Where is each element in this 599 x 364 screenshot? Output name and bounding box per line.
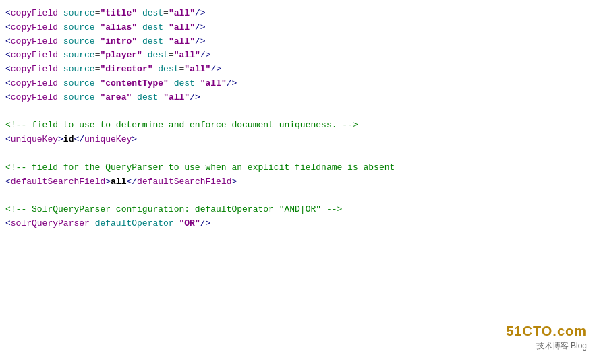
attr-value-all7: "all": [163, 92, 190, 102]
bracket-close: />: [210, 64, 221, 74]
attr-dest: dest: [158, 64, 179, 74]
bracket-close: />: [200, 50, 211, 60]
code-line-4: <copyField source="player" dest="all"/>: [5, 49, 594, 63]
attr-value-all6: "all": [200, 78, 227, 88]
attr-source: source: [63, 78, 95, 88]
tag: copyField: [11, 92, 58, 102]
code-line-uniquekey: <uniqueKey>id</uniqueKey>: [5, 133, 594, 147]
code-line-defaultsearch: <defaultSearchField>all</defaultSearchFi…: [5, 175, 594, 189]
comment-line-2: <!-- field for the QueryParser to use wh…: [5, 161, 594, 175]
attr-value-all1: "all": [169, 8, 195, 18]
bracket: <: [5, 177, 11, 187]
bracket: <: [5, 78, 11, 88]
empty-line-3: [5, 189, 594, 203]
comment-line-3: <!-- SolrQueryParser configuration: defa…: [5, 203, 594, 217]
tag: copyField: [11, 64, 58, 74]
attr-value-alias: "alias": [100, 22, 137, 32]
comment-line-1: <!-- field to use to determine and enfor…: [5, 119, 594, 133]
bracket: >: [132, 134, 137, 144]
tag: uniqueKey: [11, 134, 58, 144]
bracket: >: [105, 177, 111, 187]
bracket: </: [74, 134, 84, 144]
attr-source: source: [63, 36, 95, 47]
attr-source: source: [63, 92, 95, 102]
tag: copyField: [11, 36, 58, 47]
underline-fieldname: fieldname: [295, 162, 342, 173]
attr-dest: dest: [137, 92, 158, 102]
bracket: <: [5, 22, 11, 32]
attr-value-contenttype: "contentType": [100, 78, 168, 88]
code-block: <copyField source="title" dest="all"/> <…: [0, 0, 599, 238]
bracket: </: [126, 177, 137, 187]
watermark: 51CTO.com 技术博客 Blog: [506, 324, 587, 352]
attr-dest: dest: [148, 50, 169, 60]
empty-line-1: [5, 105, 594, 119]
bracket: <: [5, 36, 11, 47]
bracket: <: [5, 64, 11, 74]
attr-value-intro: "intro": [100, 36, 137, 47]
attr-dest: dest: [174, 78, 195, 88]
attr-value-all5: "all": [184, 64, 210, 74]
bracket-close: />: [190, 92, 200, 102]
attr-value-all3: "all": [169, 36, 195, 47]
code-line-5: <copyField source="director" dest="all"/…: [5, 63, 594, 77]
watermark-logo: 51CTO.com: [506, 324, 587, 339]
code-line-1: <copyField source="title" dest="all"/>: [5, 7, 594, 21]
tag: solrQueryParser: [11, 218, 90, 229]
bracket-close: />: [195, 36, 206, 47]
bracket-close: />: [195, 22, 206, 32]
tag-close: uniqueKey: [84, 134, 132, 144]
watermark-subtitle: 技术博客 Blog: [506, 340, 587, 352]
bracket: >: [232, 177, 237, 187]
code-line-6: <copyField source="contentType" dest="al…: [5, 77, 594, 91]
attr-source: source: [63, 22, 95, 32]
tag: copyField: [11, 78, 58, 88]
bracket: <: [5, 134, 11, 144]
code-line-7: <copyField source="area" dest="all"/>: [5, 91, 594, 105]
attr-value-director: "director": [100, 64, 152, 74]
code-line-2: <copyField source="alias" dest="all"/>: [5, 21, 594, 35]
code-line-3: <copyField source="intro" dest="all"/>: [5, 35, 594, 49]
bracket: <: [5, 8, 11, 18]
empty-line-2: [5, 147, 594, 161]
attr-value-all2: "all": [169, 22, 195, 32]
attr-value-player: "player": [100, 50, 142, 60]
bracket: >: [58, 134, 63, 144]
attr-default-operator: defaultOperator: [95, 218, 174, 229]
code-line-solr: <solrQueryParser defaultOperator="OR"/>: [5, 217, 594, 231]
bracket: <: [5, 218, 11, 229]
tag: copyField: [11, 50, 58, 60]
tag: defaultSearchField: [11, 177, 105, 187]
bracket-close: />: [227, 78, 237, 88]
attr-dest: dest: [142, 22, 163, 32]
bracket: <: [5, 92, 11, 102]
attr-dest: dest: [142, 36, 163, 47]
attr-value-all4: "all": [174, 50, 200, 60]
attr-value-title: "title": [100, 8, 137, 18]
default-search-value: all: [111, 177, 126, 187]
tag: copyField: [11, 22, 58, 32]
attr-source: source: [63, 50, 95, 60]
attr-value-area: "area": [100, 92, 132, 102]
attr-source: source: [63, 64, 95, 74]
tag-close: defaultSearchField: [137, 177, 231, 187]
attr-source: source: [63, 8, 95, 18]
bracket: <: [5, 50, 11, 60]
bracket-close: />: [195, 8, 206, 18]
unique-key-value: id: [63, 134, 74, 144]
tag: copyField: [11, 8, 58, 18]
attr-dest: dest: [142, 8, 163, 18]
bracket-close: />: [200, 218, 211, 229]
attr-value-or: "OR": [179, 218, 200, 229]
